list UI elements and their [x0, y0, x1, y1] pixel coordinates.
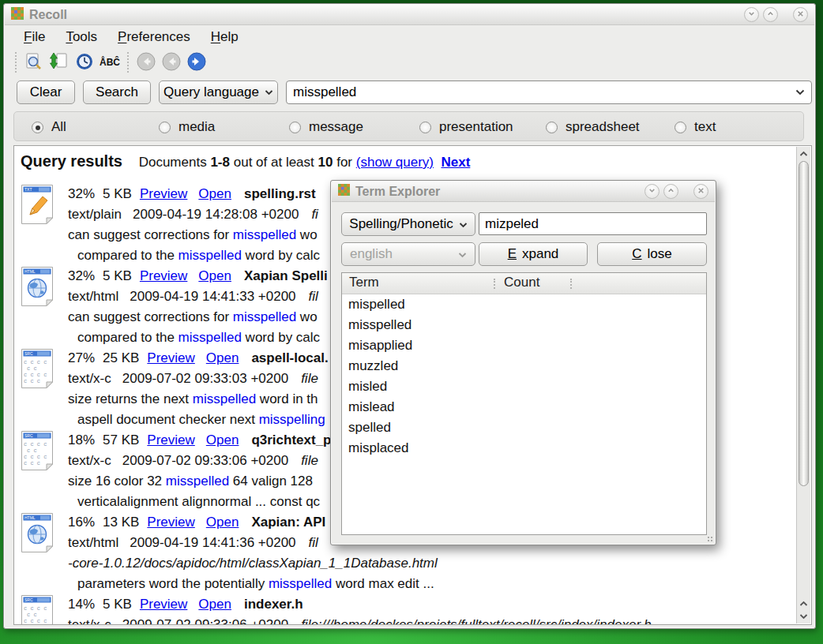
preview-link[interactable]: Preview [147, 515, 194, 530]
svg-text:c c: c c [27, 365, 37, 372]
scroll-down-icon[interactable] [798, 610, 810, 623]
column-divider[interactable] [570, 279, 572, 289]
scrollbar-thumb[interactable] [799, 161, 809, 486]
svg-text:TXT: TXT [24, 187, 32, 192]
document-preview-button[interactable] [21, 51, 47, 74]
clear-button[interactable]: Clear [17, 80, 75, 104]
column-header-count[interactable]: Count [504, 275, 539, 290]
menu-tools[interactable]: Tools [57, 27, 106, 47]
scroll-up-icon[interactable] [798, 148, 810, 160]
results-count-text: out of at least [234, 155, 314, 170]
expand-button[interactable]: Expand [479, 242, 588, 266]
filter-radio-media[interactable]: media [159, 112, 215, 142]
term-row[interactable]: mislead [342, 397, 706, 417]
svg-text:c c c c: c c c c [24, 454, 47, 460]
radio-button[interactable] [419, 122, 431, 133]
close-button[interactable] [793, 7, 808, 22]
preview-link[interactable]: Preview [140, 597, 187, 612]
result-date: 2009-04-19 14:28:08 +0200 [133, 207, 299, 222]
result-size: 57 KB [103, 432, 139, 447]
highlighted-term: misspelled [179, 330, 242, 345]
abstract-text: compared to the [77, 248, 179, 263]
filter-radio-presentation[interactable]: presentation [419, 112, 513, 142]
result-url: fi [311, 207, 318, 222]
term-row[interactable]: misled [342, 376, 706, 397]
show-query-link[interactable]: (show query) [356, 155, 434, 170]
resize-grip[interactable] [707, 536, 713, 542]
term-row[interactable]: mispelled [342, 294, 706, 315]
scroll-up-icon[interactable] [798, 597, 810, 610]
results-header: Query results Documents 1-8 out of at le… [21, 152, 470, 170]
term-row[interactable]: spelled [342, 417, 706, 438]
filter-radio-text[interactable]: text [675, 112, 716, 142]
preview-link[interactable]: Preview [147, 432, 194, 447]
filter-radio-message[interactable]: message [289, 112, 363, 142]
column-divider[interactable] [494, 279, 495, 289]
open-link[interactable]: Open [206, 515, 239, 530]
chevron-down-icon[interactable] [789, 89, 811, 95]
term-explorer-titlebar[interactable]: Term Explorer [332, 182, 715, 202]
preview-link[interactable]: Preview [140, 186, 187, 201]
term-row[interactable]: misplaced [342, 438, 706, 459]
abstract-text: compared to the [77, 330, 179, 345]
radio-label: media [179, 119, 215, 135]
nav-forward-button[interactable] [184, 51, 209, 74]
maximize-button[interactable] [663, 184, 678, 199]
history-clock-button[interactable] [72, 51, 97, 74]
minimize-button[interactable] [744, 7, 759, 22]
search-query-input[interactable] [287, 84, 789, 100]
term-row[interactable]: misapplied [342, 335, 706, 356]
spellcheck-abc-button[interactable]: ÅBĈ [97, 51, 122, 74]
close-button[interactable]: Close [597, 242, 707, 266]
menu-file[interactable]: File [15, 27, 54, 47]
open-link[interactable]: Open [198, 268, 231, 283]
query-language-dropdown[interactable]: Query language [159, 80, 278, 104]
result-size: 13 KB [103, 515, 139, 530]
term-query-input[interactable] [479, 212, 707, 235]
result-url: file [301, 371, 318, 386]
svg-text:c c c c: c c c c [24, 618, 47, 624]
radio-button[interactable] [289, 122, 301, 133]
chevron-down-icon [459, 216, 468, 232]
maximize-button[interactable] [763, 7, 778, 22]
term-row[interactable]: muzzled [342, 356, 706, 376]
filter-radio-spreadsheet[interactable]: spreadsheet [546, 112, 640, 142]
menu-preferences[interactable]: Preferences [109, 27, 199, 47]
recoll-app-icon [338, 184, 350, 199]
minimize-icon [646, 185, 658, 199]
open-link[interactable]: Open [198, 597, 231, 612]
svg-text:c c c: c c c [24, 378, 40, 384]
open-link[interactable]: Open [206, 350, 239, 365]
open-link[interactable]: Open [206, 432, 239, 447]
close-button[interactable] [693, 184, 708, 199]
preview-link[interactable]: Preview [140, 268, 187, 283]
radio-button[interactable] [546, 122, 558, 133]
term-row[interactable]: misspelled [342, 315, 706, 335]
result-title-line: 14%5 KBPreviewOpenindexer.h [68, 594, 795, 615]
abstract-text: verticalalignment alignnormal ... const … [77, 494, 320, 509]
radio-button[interactable] [159, 122, 171, 133]
preview-link[interactable]: Preview [147, 350, 194, 365]
result-mimetype: text/x-c [68, 453, 111, 468]
filter-radio-all[interactable]: All [32, 112, 66, 142]
minimize-button[interactable] [644, 184, 660, 199]
search-button[interactable]: Search [83, 80, 151, 104]
search-query-combobox[interactable] [286, 80, 812, 104]
source-file-icon: SRCc c c cc cc c c cc c c [19, 347, 55, 394]
svg-text:HTML: HTML [24, 515, 36, 520]
expansion-mode-dropdown[interactable]: Spelling/Phonetic [341, 212, 475, 236]
highlighted-term: misspelling [259, 412, 325, 427]
results-scrollbar[interactable] [796, 147, 810, 623]
open-link[interactable]: Open [198, 186, 231, 201]
radio-button[interactable] [32, 122, 43, 133]
menu-help[interactable]: Help [202, 27, 247, 47]
results-count-text: for [336, 155, 352, 170]
radio-label: spreadsheet [566, 119, 640, 135]
toolbar-handle[interactable] [13, 52, 18, 73]
next-page-link[interactable]: Next [441, 155, 470, 170]
minimize-icon [746, 8, 757, 22]
column-header-term[interactable]: Term [349, 275, 379, 290]
update-index-button[interactable] [47, 51, 72, 74]
radio-button[interactable] [675, 122, 686, 133]
main-titlebar[interactable]: Recoll [5, 5, 814, 25]
